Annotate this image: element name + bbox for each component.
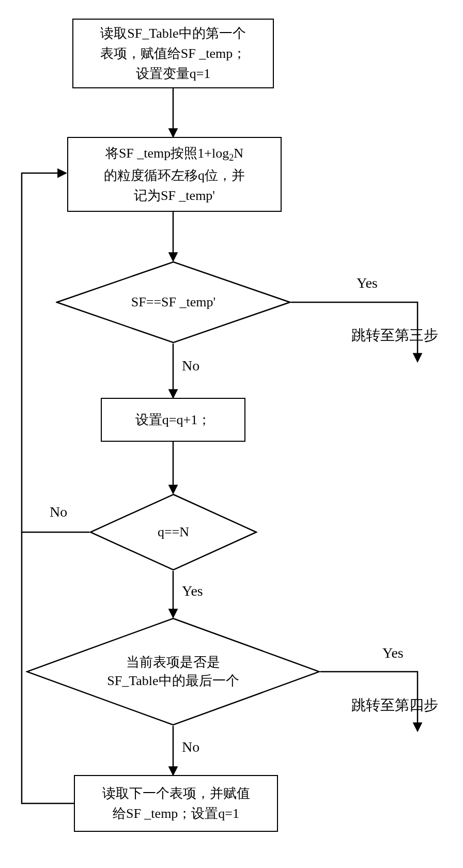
n1-l1: 读取SF_Table中的第一个 [100,26,245,41]
d3-yes-label: Yes [382,645,404,661]
n2-tail: N [234,146,243,161]
n2-sub: 2 [229,152,234,163]
decision-last-entry: 当前表项是否是 SF_Table中的最后一个 [26,617,320,726]
d2-text: q==N [158,523,189,541]
n4-l1: 读取下一个表项，并赋值 [102,786,250,801]
d3-yes-target: 跳转至第四步 [351,695,438,715]
d3-l2: SF_Table中的最后一个 [107,673,239,688]
n2-l3: 记为SF _temp' [134,188,215,203]
d1-text: SF==SF _temp' [131,293,215,312]
n1-l3: 设置变量q=1 [136,66,211,81]
n4-l2: 给SF _temp；设置q=1 [113,806,239,821]
decision-sf-equals: SF==SF _temp' [56,261,291,344]
d1-yes-label: Yes [357,275,378,291]
n2-l1: 将SF _temp按照1+log [105,146,229,161]
d2-yes-label: Yes [182,583,203,599]
d1-no-label: No [182,358,199,374]
d3-l1: 当前表项是否是 [126,655,220,670]
d2-no-label: No [50,504,67,520]
d3-no-label: No [182,739,199,755]
n3-text: 设置q=q+1； [135,410,211,430]
n2-l2: 的粒度循环左移q位，并 [104,168,245,183]
n1-l2: 表项，赋值给SF _temp； [100,46,246,61]
d1-yes-target: 跳转至第三步 [351,326,438,345]
process-read-next-entry: 读取下一个表项，并赋值 给SF _temp；设置q=1 [74,775,278,832]
process-read-first-entry: 读取SF_Table中的第一个 表项，赋值给SF _temp； 设置变量q=1 [72,19,274,88]
decision-q-equals-n: q==N [89,493,257,571]
process-increment-q: 设置q=q+1； [101,398,245,442]
process-cyclic-shift: 将SF _temp按照1+log2N 的粒度循环左移q位，并 记为SF _tem… [67,137,282,212]
